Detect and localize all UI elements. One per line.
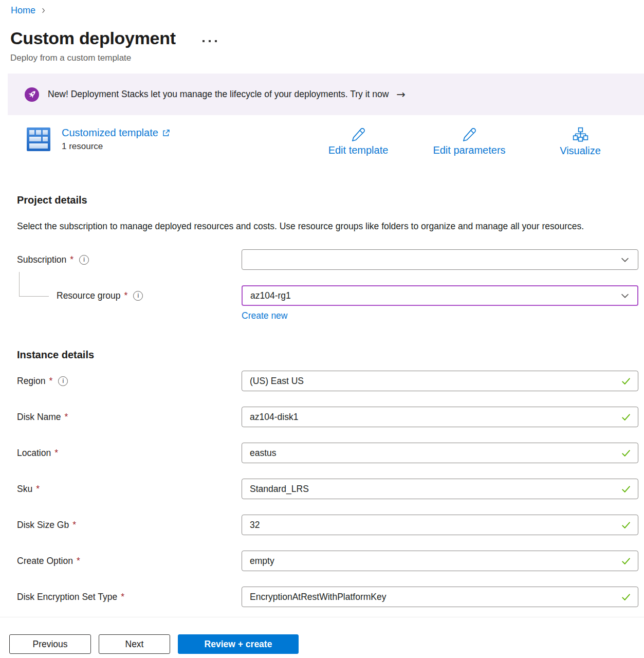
template-icon (26, 127, 51, 152)
location-input[interactable] (242, 443, 638, 463)
wizard-footer: Previous Next Review + create (0, 617, 644, 658)
edit-parameters-label: Edit parameters (433, 144, 505, 156)
template-info: Customized template 1 resource (26, 127, 170, 152)
region-row: Region * i (0, 371, 644, 391)
resource-count: 1 resource (62, 141, 170, 152)
info-icon[interactable]: i (133, 291, 143, 301)
page-title: Custom deployment (10, 28, 176, 48)
visualize-button[interactable]: Visualize (525, 127, 636, 157)
disk-name-input[interactable] (242, 407, 638, 427)
resource-group-label: Resource group (57, 290, 121, 301)
resource-group-dropdown[interactable]: az104-rg1 (242, 285, 638, 306)
rocket-icon (25, 87, 39, 102)
info-icon[interactable]: i (58, 376, 68, 386)
create-option-input[interactable] (242, 551, 638, 571)
pencil-icon (462, 127, 477, 142)
project-details-description: Select the subscription to manage deploy… (17, 218, 608, 234)
external-link-icon (162, 129, 170, 137)
disk-name-row: Disk Name * (0, 407, 644, 427)
template-bar: Customized template 1 resource Edit temp… (0, 127, 644, 157)
pencil-icon (351, 127, 366, 142)
required-marker: * (72, 520, 76, 531)
required-marker: * (49, 376, 52, 387)
review-create-button[interactable]: Review + create (178, 634, 299, 654)
disk-encryption-label: Disk Encryption Set Type (17, 592, 117, 602)
resource-group-row: Resource group * i az104-rg1 (0, 285, 644, 306)
disk-size-row: Disk Size Gb * (0, 515, 644, 535)
disk-name-label: Disk Name (17, 412, 61, 423)
disk-size-input[interactable] (242, 515, 638, 535)
next-button[interactable]: Next (99, 634, 170, 654)
breadcrumb: Home (0, 0, 644, 16)
arrow-right-icon: → (396, 88, 406, 101)
project-details-heading: Project details (17, 193, 644, 207)
page-subtitle: Deploy from a custom template (10, 52, 644, 64)
disk-encryption-row: Disk Encryption Set Type * (0, 587, 644, 607)
breadcrumb-home-link[interactable]: Home (11, 5, 35, 16)
subscription-dropdown[interactable] (242, 249, 638, 270)
instance-details-heading: Instance details (17, 348, 644, 361)
required-marker: * (65, 412, 68, 423)
more-options-icon[interactable] (200, 38, 219, 44)
required-marker: * (54, 448, 58, 459)
create-option-label: Create Option (17, 556, 73, 566)
location-label: Location (17, 448, 51, 459)
required-marker: * (77, 556, 80, 566)
sku-label: Sku (17, 484, 32, 495)
page-content: Home Custom deployment Deploy from a cus… (0, 0, 644, 617)
edit-template-label: Edit template (328, 144, 389, 156)
disk-encryption-input[interactable] (242, 587, 638, 607)
chevron-down-icon (619, 290, 631, 301)
disk-size-label: Disk Size Gb (17, 520, 69, 531)
required-marker: * (36, 484, 40, 495)
edit-template-button[interactable]: Edit template (303, 127, 414, 157)
customized-template-link[interactable]: Customized template (62, 127, 170, 139)
chevron-down-icon (619, 254, 631, 265)
deployment-stacks-banner[interactable]: New! Deployment Stacks let you manage th… (8, 74, 644, 115)
subscription-row: Subscription * i (0, 249, 644, 270)
visualize-label: Visualize (560, 145, 601, 157)
edit-parameters-button[interactable]: Edit parameters (414, 127, 525, 157)
create-option-row: Create Option * (0, 551, 644, 571)
template-link-label: Customized template (62, 127, 158, 139)
region-label: Region (17, 376, 45, 387)
required-marker: * (70, 254, 73, 265)
location-row: Location * (0, 443, 644, 463)
subscription-label: Subscription (17, 254, 66, 265)
banner-message: New! Deployment Stacks let you manage th… (48, 89, 389, 100)
required-marker: * (124, 290, 128, 301)
org-chart-icon (573, 127, 588, 143)
required-marker: * (121, 592, 124, 602)
page-header: Custom deployment (10, 28, 644, 48)
sku-input[interactable] (242, 479, 638, 499)
chevron-right-icon (40, 7, 47, 14)
info-icon[interactable]: i (79, 255, 89, 265)
previous-button[interactable]: Previous (9, 634, 91, 654)
template-actions: Edit template Edit parameters Visualize (303, 127, 636, 157)
sku-row: Sku * (0, 479, 644, 499)
resource-group-value: az104-rg1 (250, 290, 291, 301)
region-input[interactable] (242, 371, 638, 391)
create-new-link[interactable]: Create new (242, 310, 288, 321)
